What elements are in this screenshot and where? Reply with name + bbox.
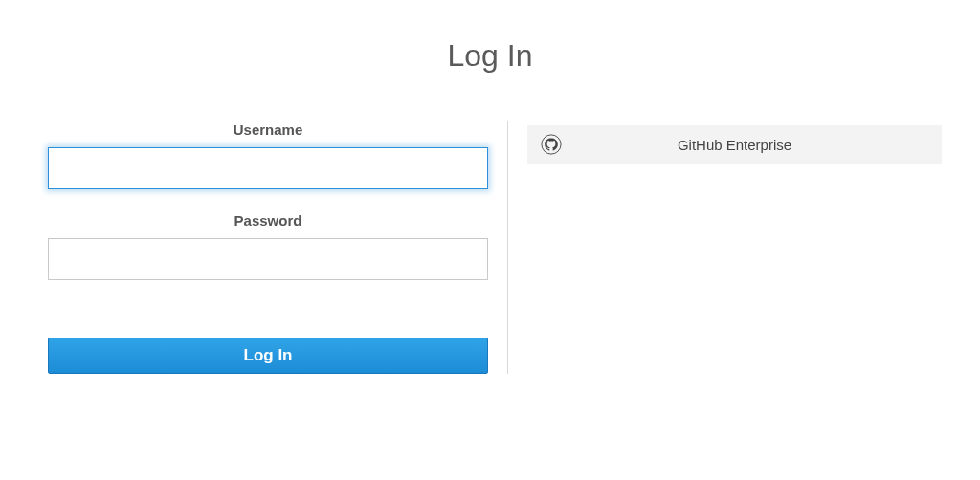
credentials-panel: Username Password Log In [38,121,498,374]
page-title: Log In [0,38,980,74]
password-input[interactable] [48,238,488,280]
username-label: Username [48,121,488,138]
sso-panel: GitHub Enterprise [527,121,942,374]
login-button[interactable]: Log In [48,338,488,374]
username-group: Username [48,121,488,189]
password-label: Password [48,212,488,229]
login-container: Username Password Log In GitHub Enterpri… [0,121,980,374]
sso-label: GitHub Enterprise [541,137,928,153]
username-input[interactable] [48,147,488,189]
panel-divider [507,121,508,374]
github-enterprise-button[interactable]: GitHub Enterprise [527,125,942,164]
password-group: Password [48,212,488,280]
